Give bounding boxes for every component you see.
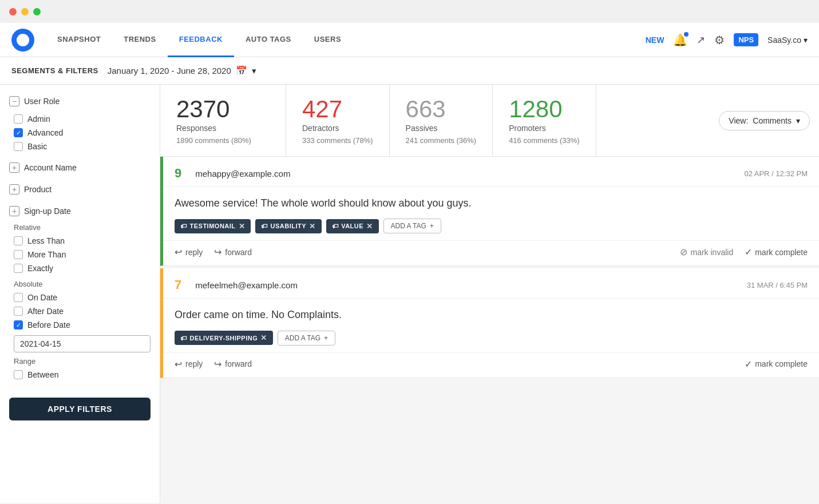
- date-range-text: January 1, 2020 - June 28, 2020: [108, 66, 231, 76]
- forward-button-1[interactable]: ↪ forward: [214, 359, 252, 370]
- logo[interactable]: [11, 29, 34, 51]
- product-filter: + Product: [9, 182, 151, 197]
- minimize-button[interactable]: [21, 8, 29, 15]
- mark-invalid-label-0: mark invalid: [690, 248, 733, 257]
- calendar-icon: 📅: [236, 65, 247, 76]
- user-role-header[interactable]: − User Role: [9, 94, 151, 109]
- forward-icon-1: ↪: [214, 359, 221, 370]
- feedback-body-0: Awesome service! The whole world should …: [163, 187, 819, 240]
- less-than-checkbox[interactable]: [14, 236, 23, 245]
- tag-remove-1[interactable]: ✕: [309, 222, 316, 231]
- filter-option-advanced[interactable]: Advanced: [14, 126, 151, 140]
- passives-label: Passives: [406, 124, 477, 133]
- filter-option-on-date[interactable]: On Date: [14, 291, 151, 304]
- reply-icon-1: ↩: [175, 359, 182, 370]
- reply-button-1[interactable]: ↩ reply: [175, 359, 203, 370]
- mark-complete-button-1[interactable]: ✓ mark complete: [745, 359, 808, 370]
- complete-icon-1: ✓: [745, 359, 752, 370]
- tag-remove-2[interactable]: ✕: [366, 222, 373, 231]
- exactly-checkbox[interactable]: [14, 264, 23, 273]
- filter-option-after-date[interactable]: After Date: [14, 304, 151, 318]
- tag-value[interactable]: 🏷 VALUE ✕: [326, 219, 379, 233]
- before-date-checkbox[interactable]: [14, 320, 23, 330]
- mark-invalid-button-0[interactable]: ⊘ mark invalid: [680, 247, 733, 257]
- user-role-filter: − User Role Admin Advanced Basic: [9, 94, 151, 153]
- on-date-checkbox[interactable]: [14, 293, 23, 302]
- filter-option-exactly[interactable]: Exactly: [14, 261, 151, 275]
- new-button[interactable]: NEW: [646, 35, 664, 45]
- basic-checkbox[interactable]: [14, 142, 23, 151]
- filter-option-before-date[interactable]: Before Date: [14, 318, 151, 332]
- signup-date-options: Relative Less Than More Than Exactly Abs…: [9, 223, 151, 382]
- nav-item-users[interactable]: USERS: [303, 23, 353, 57]
- view-label: View:: [729, 116, 748, 125]
- date-range-picker[interactable]: January 1, 2020 - June 28, 2020 📅 ▾: [108, 65, 256, 76]
- signup-date-toggle[interactable]: +: [9, 206, 19, 216]
- filter-option-between[interactable]: Between: [14, 368, 151, 382]
- filter-option-more-than[interactable]: More Than: [14, 248, 151, 261]
- after-date-checkbox[interactable]: [14, 307, 23, 316]
- tag-remove-ds[interactable]: ✕: [260, 334, 267, 342]
- advanced-checkbox[interactable]: [14, 128, 23, 137]
- nav-right: NEW 🔔 ↗ ⚙ NPS SaaSy.co ▾: [646, 33, 808, 47]
- tag-remove-0[interactable]: ✕: [239, 222, 246, 231]
- filter-option-less-than[interactable]: Less Than: [14, 234, 151, 248]
- nav-item-feedback[interactable]: FEEDBACK: [168, 23, 234, 57]
- between-checkbox[interactable]: [14, 370, 23, 379]
- before-date-label: Before Date: [27, 320, 70, 330]
- nav-item-trends[interactable]: TRENDS: [112, 23, 167, 57]
- tag-icon-0: 🏷: [180, 223, 187, 229]
- exactly-label: Exactly: [27, 264, 53, 273]
- add-tag-plus-1: +: [324, 334, 328, 342]
- less-than-label: Less Than: [27, 236, 65, 245]
- tag-delivery-shipping[interactable]: 🏷 DELIVERY-SHIPPING ✕: [175, 331, 273, 345]
- feedback-header-0: 9 mehappy@example.com 02 APR / 12:32 PM: [163, 157, 819, 187]
- tag-label-ds: DELIVERY-SHIPPING: [190, 335, 258, 342]
- nav-item-auto-tags[interactable]: AUTO TAGS: [234, 23, 303, 57]
- nav-item-snapshot[interactable]: SNAPSHOT: [46, 23, 112, 57]
- feedback-header-1: 7 mefeelmeh@example.com 31 MAR / 6:45 PM: [163, 268, 819, 299]
- bell-icon[interactable]: 🔔: [673, 33, 687, 47]
- product-toggle[interactable]: +: [9, 184, 19, 195]
- tag-icon-1: 🏷: [261, 223, 268, 229]
- company-chevron: ▾: [804, 35, 808, 45]
- share-icon[interactable]: ↗: [697, 34, 705, 46]
- forward-button-0[interactable]: ↪ forward: [214, 247, 252, 257]
- content-area: 2370 Responses 1890 comments (80%) 427 D…: [160, 85, 819, 503]
- subheader: SEGMENTS & FILTERS January 1, 2020 - Jun…: [0, 57, 819, 85]
- product-header[interactable]: + Product: [9, 182, 151, 197]
- detractors-label: Detractors: [302, 124, 373, 133]
- passives-number: 663: [406, 96, 477, 122]
- account-name-toggle[interactable]: +: [9, 162, 19, 173]
- view-select[interactable]: View: Comments ▾: [719, 111, 810, 130]
- feedback-date-0: 02 APR / 12:32 PM: [744, 169, 808, 178]
- account-name-header[interactable]: + Account Name: [9, 160, 151, 175]
- date-value-input[interactable]: [14, 335, 151, 352]
- close-button[interactable]: [9, 8, 17, 15]
- add-tag-button-0[interactable]: ADD A TAG +: [383, 219, 441, 233]
- filter-option-basic[interactable]: Basic: [14, 140, 151, 153]
- tag-usability[interactable]: 🏷 USABILITY ✕: [255, 219, 322, 233]
- more-than-label: More Than: [27, 250, 66, 259]
- add-tag-button-1[interactable]: ADD A TAG +: [278, 331, 335, 346]
- tag-label-1: USABILITY: [271, 223, 307, 229]
- admin-checkbox[interactable]: [14, 114, 23, 124]
- feedback-email-0: mehappy@example.com: [195, 169, 290, 178]
- admin-label: Admin: [27, 114, 50, 124]
- reply-button-0[interactable]: ↩ reply: [175, 247, 203, 257]
- signup-date-header[interactable]: + Sign-up Date: [9, 204, 151, 219]
- date-range-chevron: ▾: [252, 66, 256, 76]
- view-dropdown[interactable]: View: Comments ▾: [710, 85, 819, 156]
- signup-date-filter: + Sign-up Date Relative Less Than More T…: [9, 204, 151, 382]
- company-selector[interactable]: SaaSy.co ▾: [767, 35, 808, 45]
- user-role-toggle[interactable]: −: [9, 96, 19, 106]
- add-tag-label-0: ADD A TAG: [391, 222, 426, 230]
- mark-complete-button-0[interactable]: ✓ mark complete: [745, 247, 808, 257]
- gear-icon[interactable]: ⚙: [714, 33, 725, 47]
- filter-option-admin[interactable]: Admin: [14, 112, 151, 126]
- maximize-button[interactable]: [33, 8, 41, 15]
- more-than-checkbox[interactable]: [14, 250, 23, 259]
- stat-promoters: 1280 Promoters 416 comments (33%): [493, 85, 596, 156]
- tag-testimonail[interactable]: 🏷 TESTIMONAIL ✕: [175, 219, 251, 233]
- apply-filters-button[interactable]: APPLY FILTERS: [9, 398, 151, 420]
